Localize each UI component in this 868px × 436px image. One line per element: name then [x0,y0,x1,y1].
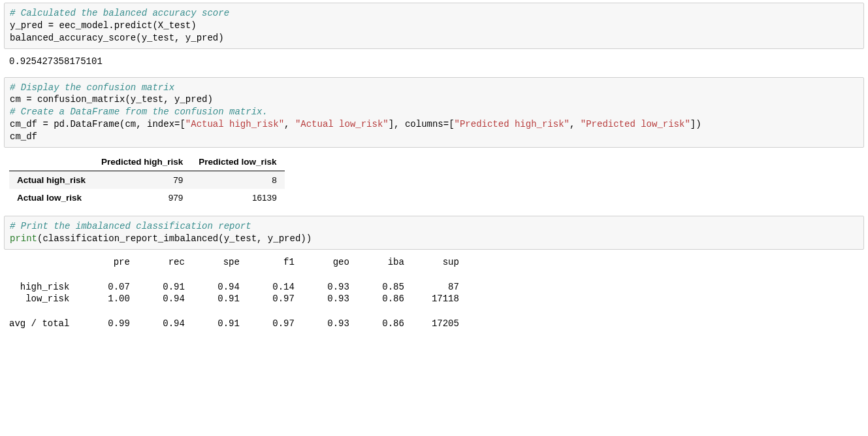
col-header: Predicted high_risk [93,153,191,171]
row-header: Actual high_risk [9,171,93,190]
confusion-matrix-table: Predicted high_risk Predicted low_risk A… [9,153,285,207]
code-comment: # Calculated the balanced accuracy score [10,8,229,18]
table-row: Actual high_risk 79 8 [9,171,285,190]
code-cell-2[interactable]: # Display the confusion matrix cm = conf… [4,77,864,148]
code-comment: # Create a DataFrame from the confusion … [10,107,268,117]
output-balanced-accuracy: 0.925427358175101 [4,52,864,75]
code-line: y_pred = eec_model.predict(X_test) [10,20,197,31]
table-cell: 79 [93,171,191,190]
table-row: Actual low_risk 979 16139 [9,189,285,207]
col-header: Predicted low_risk [191,153,284,171]
table-cell: 979 [93,189,191,207]
code-line: cm = confusion_matrix(y_test, y_pred) [10,94,213,105]
output-classification-report: pre rec spe f1 geo iba sup high_risk 0.0… [4,252,864,337]
code-cell-1[interactable]: # Calculated the balanced accuracy score… [4,3,864,49]
output-confusion-matrix: Predicted high_risk Predicted low_risk A… [4,150,864,213]
code-line: balanced_accuracy_score(y_test, y_pred) [10,33,224,43]
code-comment: # Display the confusion matrix [10,82,174,93]
table-corner [9,153,93,171]
table-cell: 8 [191,171,284,190]
code-line: print(classification_report_imbalanced(y… [10,233,312,244]
code-cell-3[interactable]: # Print the imbalanced classification re… [4,216,864,250]
code-line: cm_df [10,131,37,142]
row-header: Actual low_risk [9,189,93,207]
code-line: cm_df = pd.DataFrame(cm, index=["Actual … [10,119,701,129]
code-comment: # Print the imbalanced classification re… [10,221,251,231]
table-cell: 16139 [191,189,284,207]
